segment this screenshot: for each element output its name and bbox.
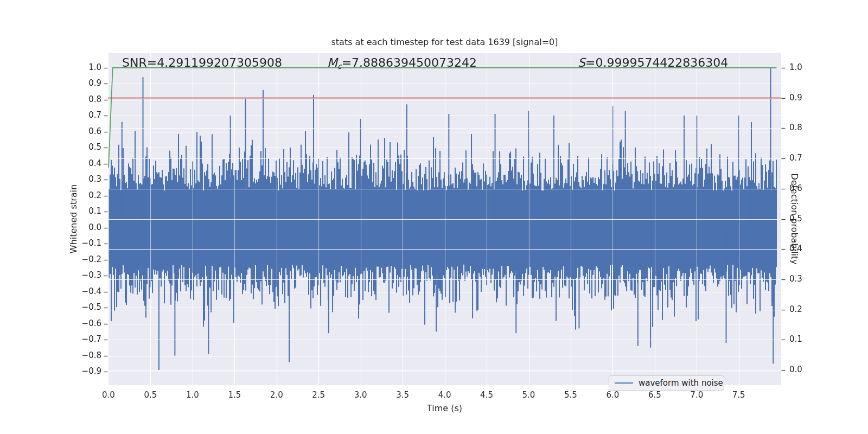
- tick-label: −0.5: [0, 302, 101, 312]
- annotation-snr: SNR=4.291199207305908: [122, 56, 282, 69]
- annotation-mc-value: =7.888639450073242: [342, 56, 477, 69]
- annotation-mc-symbol: M: [327, 56, 337, 69]
- legend-waveform-line-sample: [615, 382, 633, 384]
- tick-label: 0.5: [789, 214, 802, 224]
- tick-label: 0.6: [789, 183, 802, 193]
- tick-label: 0.4: [789, 244, 802, 253]
- tick-label: 0.7: [789, 153, 802, 163]
- tick-label: 0.0: [0, 222, 101, 232]
- tick-label: −0.2: [0, 254, 101, 264]
- tick-label: 1.0: [789, 62, 802, 72]
- tick-label: 4.0: [427, 390, 462, 400]
- legend: waveform with noise: [609, 375, 724, 391]
- x-axis-label: Time (s): [108, 403, 781, 413]
- tick-label: −0.7: [0, 334, 101, 344]
- annotation-s-value: =0.9999574422836304: [585, 56, 728, 69]
- tick-label: 0.2: [0, 190, 101, 200]
- tick-label: 0.0: [91, 390, 126, 400]
- tick-label: 3.5: [385, 390, 420, 400]
- tick-label: −0.8: [0, 350, 101, 360]
- tick-label: 0.8: [789, 123, 802, 132]
- annotation-snr-text: SNR=4.291199207305908: [122, 56, 282, 69]
- tick-label: 3.0: [343, 390, 378, 400]
- tick-label: −0.4: [0, 286, 101, 296]
- tick-label: 1.0: [0, 62, 101, 72]
- tick-label: 0.1: [789, 334, 802, 344]
- tick-label: 2.0: [259, 390, 294, 400]
- tick-label: 6.0: [595, 390, 630, 400]
- tick-label: 0.3: [0, 174, 101, 184]
- tick-label: 4.5: [469, 390, 504, 400]
- chart-title: stats at each timestep for test data 163…: [108, 37, 781, 47]
- tick-label: 0.3: [789, 274, 802, 284]
- tick-label: 0.7: [0, 110, 101, 120]
- figure: stats at each timestep for test data 163…: [0, 0, 868, 434]
- tick-label: 0.9: [789, 93, 802, 103]
- tick-label: 2.5: [301, 390, 336, 400]
- annotation-s-symbol: S: [578, 56, 585, 69]
- tick-label: 1.5: [217, 390, 252, 400]
- tick-label: 0.0: [789, 365, 802, 374]
- tick-label: 0.6: [0, 126, 101, 136]
- tick-label: 0.4: [0, 158, 101, 168]
- tick-label: 5.5: [553, 390, 588, 400]
- tick-label: −0.6: [0, 318, 101, 328]
- tick-label: 7.0: [679, 390, 714, 400]
- tick-label: 7.5: [722, 390, 756, 400]
- tick-label: 5.0: [512, 390, 546, 400]
- tick-label: 0.9: [0, 78, 101, 88]
- tick-label: −0.9: [0, 366, 101, 376]
- tick-label: −0.1: [0, 238, 101, 248]
- legend-label: waveform with noise: [639, 378, 723, 388]
- tick-label: 0.8: [0, 94, 101, 104]
- tick-label: 1.0: [175, 390, 210, 400]
- annotation-mc-subscript: c: [337, 62, 342, 71]
- tick-label: 0.5: [133, 390, 168, 400]
- annotation-chirp-mass: Mc=7.888639450073242: [327, 56, 477, 71]
- tick-label: 0.1: [0, 206, 101, 216]
- tick-label: 0.5: [0, 142, 101, 152]
- tick-label: 0.2: [789, 304, 802, 314]
- tick-label: 6.5: [637, 390, 672, 400]
- annotation-significance: S=0.9999574422836304: [578, 56, 728, 69]
- tick-label: −0.3: [0, 270, 101, 280]
